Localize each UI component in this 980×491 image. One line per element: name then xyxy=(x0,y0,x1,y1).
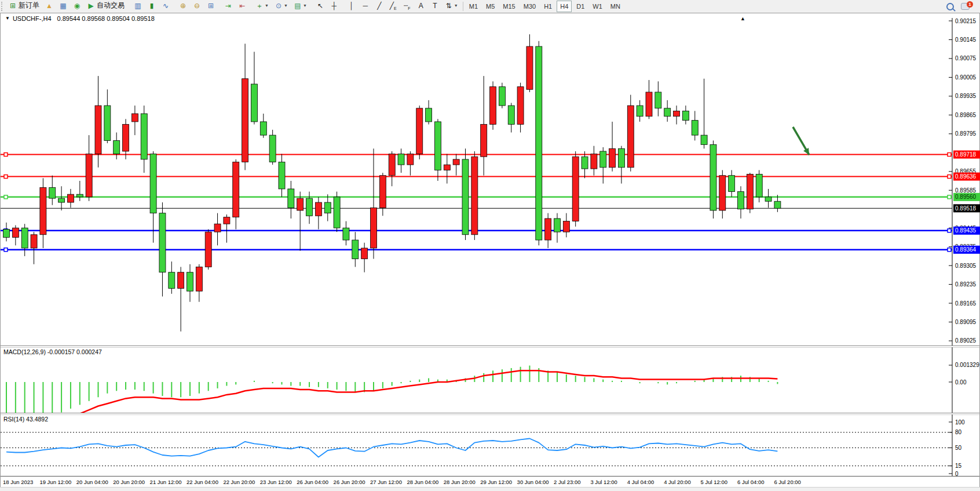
time-axis-label: 22 Jun 20:00 xyxy=(223,479,255,485)
timeframe-d1-button[interactable]: D1 xyxy=(573,1,588,12)
chart-window: ▼ USDCHF-,H4 0.89544 0.89568 0.89504 0.8… xyxy=(0,13,980,488)
dropdown-caret-icon[interactable]: ▼ xyxy=(303,3,307,8)
timeframe-mn-button[interactable]: MN xyxy=(607,1,624,12)
search-button[interactable] xyxy=(943,0,957,13)
timeframe-m1-button[interactable]: M1 xyxy=(466,1,481,12)
time-axis-label: 4 Jul 04:00 xyxy=(627,479,654,485)
candle xyxy=(444,165,450,170)
zoom-in-button[interactable]: ⊕ xyxy=(177,0,189,12)
new-order-button[interactable]: ⊞新订单 xyxy=(6,0,42,12)
crosshair-button[interactable]: ┼ xyxy=(328,0,341,12)
signals-button[interactable]: ◉ xyxy=(71,0,83,12)
price-axis-label: 0.89095 xyxy=(955,319,977,325)
candle xyxy=(646,92,652,117)
rsi-axis-label: 80 xyxy=(955,429,962,435)
candle xyxy=(453,159,459,165)
candle xyxy=(31,235,37,248)
market-watch-icon: ▦ xyxy=(59,2,67,10)
dropdown-caret-icon[interactable]: ▼ xyxy=(265,3,269,8)
templates-button[interactable]: ▤▼ xyxy=(291,0,309,12)
clock-icon: ⊙ xyxy=(275,2,283,10)
notifications-button[interactable]: 1 xyxy=(959,0,975,13)
rsi-axis-label: 0 xyxy=(955,471,959,477)
chat-icon: 1 xyxy=(961,3,970,10)
candle xyxy=(3,229,10,237)
horizontal-line-button[interactable]: ─ xyxy=(359,0,372,12)
candle xyxy=(490,87,496,125)
crosshair-icon: ┼ xyxy=(330,2,338,10)
candle xyxy=(637,106,643,117)
periods-button[interactable]: ⊙▼ xyxy=(272,0,290,12)
candle xyxy=(563,221,569,232)
timeframe-h4-button[interactable]: H4 xyxy=(557,1,572,12)
timeframe-m30-button[interactable]: M30 xyxy=(520,1,539,12)
candle xyxy=(407,154,414,165)
signals-icon: ◉ xyxy=(73,2,81,10)
rsi-pane[interactable]: 1008050150RSI(14) 43.4892 xyxy=(1,414,980,476)
dropdown-caret-icon[interactable]: ▼ xyxy=(454,3,458,8)
time-axis-label: 20 Jun 20:00 xyxy=(113,479,145,485)
timeframe-m15-button[interactable]: M15 xyxy=(499,1,518,12)
bar-chart-button[interactable]: ▥ xyxy=(131,0,144,12)
time-axis[interactable]: 18 Jun 202319 Jun 12:0020 Jun 04:0020 Ju… xyxy=(1,476,979,488)
candle xyxy=(315,202,321,216)
time-axis-label: 18 Jun 2023 xyxy=(3,479,33,485)
rsi-axis-label: 50 xyxy=(955,445,962,451)
auto-scroll-button[interactable]: ⇥ xyxy=(222,0,235,12)
arrows-button[interactable]: ⇅▼ xyxy=(443,0,460,12)
notification-badge: 1 xyxy=(967,1,973,8)
timeframe-h1-button[interactable]: H1 xyxy=(540,1,555,12)
market-watch-button[interactable]: ▦ xyxy=(57,0,70,12)
tile-windows-button[interactable]: ⊞ xyxy=(204,0,217,12)
trendline-icon: ╱ xyxy=(375,2,383,10)
macd-indicator-label: MACD(12,26,9) -0.000157 0.000247 xyxy=(3,348,102,355)
toolbar-grip[interactable] xyxy=(1,2,5,11)
time-axis-label: 4 Jul 20:00 xyxy=(664,479,690,485)
time-axis-label: 27 Jun 12:00 xyxy=(370,479,402,485)
zoom-out-button[interactable]: ⊖ xyxy=(191,0,203,12)
chart-shift-button[interactable]: ⇤ xyxy=(236,0,248,12)
fibonacci-icon: ┄F xyxy=(403,2,411,13)
candle xyxy=(765,197,771,201)
label-icon: T xyxy=(431,2,439,10)
autotrade-button[interactable]: ▶自动交易 xyxy=(85,0,127,12)
candle xyxy=(371,208,377,248)
equidistant-channel-button[interactable]: ╱E xyxy=(387,1,400,13)
search-icon xyxy=(946,3,954,10)
vertical-line-button[interactable]: │ xyxy=(345,0,358,12)
candle xyxy=(95,106,101,154)
timeframe-w1-button[interactable]: W1 xyxy=(589,1,606,12)
dropdown-caret-icon[interactable]: ▼ xyxy=(284,3,288,8)
fibonacci-button[interactable]: ┄F xyxy=(401,1,414,13)
trendline-button[interactable]: ╱ xyxy=(373,0,386,12)
candle xyxy=(664,108,671,117)
mt4-application: ⊞新订单▲▦◉▶自动交易▥▮∿⊕⊖⊞⇥⇤＋▼⊙▼▤▼↖┼│─╱╱E┄FAT⇅▼ … xyxy=(0,0,980,491)
candle xyxy=(682,111,689,120)
indicators-button[interactable]: ＋▼ xyxy=(253,0,271,12)
arrows-icon: ⇅ xyxy=(445,2,453,10)
macd-pane[interactable]: 0.0013290.00-0.003384MACD(12,26,9) -0.00… xyxy=(1,347,980,413)
candle xyxy=(582,157,588,169)
candle xyxy=(416,108,423,154)
autotrade-icon: ▶ xyxy=(87,2,95,10)
auto-scroll-icon: ⇥ xyxy=(224,2,232,10)
price-chart-pane[interactable]: 0.902150.901450.900750.900050.899350.898… xyxy=(1,18,980,346)
time-axis-label: 23 Jun 12:00 xyxy=(260,479,292,485)
time-axis-label: 26 Jun 04:00 xyxy=(297,479,328,485)
time-axis-label: 20 Jun 04:00 xyxy=(76,479,108,485)
price-axis-label: 0.89585 xyxy=(955,187,977,194)
cursor-button[interactable]: ↖ xyxy=(314,0,327,12)
candle xyxy=(545,219,551,240)
line-chart-button[interactable]: ∿ xyxy=(159,0,172,12)
price-axis-label: 0.89235 xyxy=(955,281,977,288)
new-order-label: 新订单 xyxy=(19,1,39,10)
candle xyxy=(774,201,781,208)
text-button[interactable]: A xyxy=(415,0,427,12)
candlesticks-button[interactable]: ▮ xyxy=(145,0,158,12)
profile-button[interactable]: ▲ xyxy=(43,0,56,12)
candle xyxy=(361,248,368,259)
text-label-button[interactable]: T xyxy=(429,0,441,12)
timeframe-m5-button[interactable]: M5 xyxy=(482,1,498,12)
price-axis-label: 0.90145 xyxy=(955,37,977,43)
time-axis-label: 22 Jun 04:00 xyxy=(187,479,218,485)
